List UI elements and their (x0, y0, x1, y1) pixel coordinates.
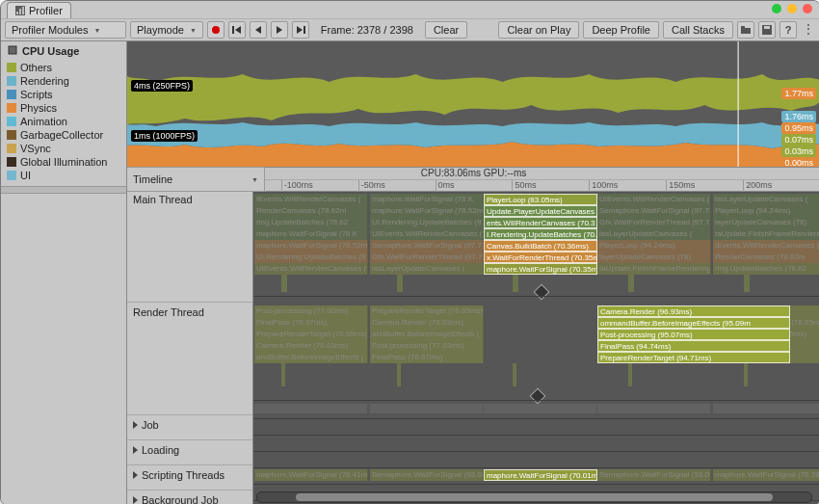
timeline-segment[interactable]: Update.PlayerUpdateCanvases ( (484, 205, 597, 217)
category-global-illumination[interactable]: Global Illumination (7, 155, 120, 169)
category-physics[interactable]: Physics (7, 101, 120, 115)
timeline-segment[interactable]: maphore.WaitForSignal (78 K (254, 228, 368, 240)
timeline-segment[interactable]: Semaphore.WaitForSignal (93.06ms) (370, 469, 484, 481)
timeline-segment[interactable]: lasLayerUpdateCanvases ( (370, 263, 484, 275)
timeline-segment[interactable]: maphore.WaitForSignal (70.01m (484, 469, 597, 481)
timeline-segment[interactable]: RenderCanvases (78.62m (713, 252, 819, 263)
category-vsync[interactable]: VSync (7, 142, 120, 155)
timeline-segment[interactable]: FinalPass (76.67ms) (370, 352, 484, 363)
call-stacks-button[interactable]: Call Stacks (663, 21, 733, 39)
timeline-segment[interactable]: Gfx.WaitForRenderThread (97.73ms) (597, 217, 711, 228)
timeline-segment[interactable]: IEvents.WillRenderCanvases ( (254, 194, 368, 205)
category-ui[interactable]: UI (7, 169, 120, 182)
timeline-segment[interactable]: x.WaitForRenderThread (70.35m (484, 252, 597, 263)
deep-profile-button[interactable]: Deep Profile (583, 21, 659, 39)
timeline-segment[interactable]: IEvents.WillRenderCanvases ( (713, 240, 819, 252)
cpu-usage-chart[interactable]: 4ms (250FPS) 1ms (1000FPS) 1.77ms 1.76ms… (127, 41, 819, 167)
cpu-usage-header[interactable]: CPU Usage (1, 41, 126, 61)
timeline-segment[interactable]: UI.Rendering.UpdateBatches (97.73ms) (254, 252, 368, 263)
frame-first-button[interactable] (228, 21, 246, 39)
timeline-segment[interactable]: PlayerLoop (94.24ms) (713, 205, 819, 217)
timeline-segment[interactable]: lasLayerUpdateCanvases ( (713, 194, 819, 205)
record-button[interactable] (207, 21, 225, 39)
timeline-segment[interactable]: lasLayerUpdateCanvases ( (597, 228, 711, 240)
track-loading[interactable]: Loading (127, 440, 252, 465)
timeline-segment[interactable]: taUpdate.FinishFrameRendering (597, 263, 711, 275)
timeline-segment[interactable]: ents.WillRenderCanvases (70.3 (484, 217, 597, 228)
timeline-segment[interactable]: maphore.WaitForSignal (78 K (370, 194, 484, 205)
timeline-segment[interactable]: PlayerLoop (83.05ms) (484, 194, 597, 205)
timeline-segment[interactable] (484, 404, 597, 413)
timeline-segment[interactable]: Canvas.BuildBatch (70.36ms) (484, 240, 597, 252)
timeline-segment[interactable]: Semaphore.WaitForSignal (97.73ms) (597, 205, 711, 217)
timeline-segment[interactable]: layerUpdateCanvases (78) (713, 217, 819, 228)
timeline-segment[interactable]: ommandBuffer.BeforeImageEffects (95.09m (597, 317, 790, 329)
timeline-segment[interactable]: maphore.WaitForSignal (78.41ms) (254, 469, 368, 481)
timeline-segment[interactable]: UIEvents.WillRenderCanvases (97.79ms) (597, 194, 711, 205)
track-scripting-threads[interactable]: Scripting Threads (127, 465, 252, 491)
category-others[interactable]: Others (7, 61, 120, 74)
track-main-thread[interactable]: Main Thread (127, 190, 252, 303)
timeline-segment[interactable]: FinalPass (94.74ms) (597, 340, 790, 352)
timeline-segment[interactable]: PlayerLoop (94.24ms) (597, 240, 711, 252)
save-button[interactable] (758, 21, 776, 39)
track-background-job[interactable]: Background Job (127, 491, 252, 504)
timeline-segment[interactable]: PrepareRenderTarget (76.65ms) (370, 305, 484, 317)
timeline-segment[interactable]: Post-processing (77.03ms) (370, 340, 484, 352)
timeline-segment[interactable]: maphore.WaitForSignal (70.35m (484, 263, 597, 275)
timeline-segment[interactable]: Camera.Render (78.63ms) (254, 340, 368, 352)
timeline-segment[interactable] (713, 404, 819, 413)
minimize-button[interactable] (787, 4, 797, 13)
timeline-segment[interactable]: UIEvents.WillRenderCanvases (97.79ms) (370, 228, 484, 240)
context-menu-button[interactable]: ⋮ (801, 21, 816, 37)
timeline-segment[interactable]: Post-processing (95.07ms) (597, 329, 790, 340)
timeline-segment[interactable]: UI.Rendering.UpdateBatches (97.73ms) (370, 217, 484, 228)
timeline-segment[interactable]: maphore.WaitForSignal (78.52ms) (370, 205, 484, 217)
clear-button[interactable]: Clear (425, 21, 467, 39)
timeline-segment[interactable]: UIEvents.WillRenderCanvases (97.79ms) (254, 263, 368, 275)
category-animation[interactable]: Animation (7, 115, 120, 128)
help-button[interactable]: ? (779, 21, 797, 39)
timeline-segment[interactable]: Camera.Render (96.93ms) (597, 305, 790, 317)
horizontal-scrollbar[interactable] (256, 491, 812, 503)
timeline-segment[interactable]: taUpdate.FinishFrameRendering (713, 228, 819, 240)
category-rendering[interactable]: Rendering (7, 74, 120, 88)
timeline-segment[interactable] (254, 404, 368, 413)
timeline-segment[interactable]: ring.UpdateBatches (78.62 (254, 217, 368, 228)
maximize-button[interactable] (772, 4, 781, 13)
category-garbagecollector[interactable]: GarbageCollector (7, 128, 120, 142)
timeline-segment[interactable]: Post-processing (77.00ms) (254, 305, 368, 317)
profiler-tab[interactable]: Profiler (7, 2, 71, 18)
timeline-segment[interactable] (370, 404, 484, 413)
frame-next-button[interactable] (271, 21, 288, 39)
scrollbar-thumb[interactable] (296, 493, 773, 501)
timeline-segment[interactable]: andBuffer.BeforeImageEffects ( (254, 352, 368, 363)
timeline-segment[interactable]: maphore.WaitForSignal (78.52ms) (254, 240, 368, 252)
profiler-modules-dropdown[interactable]: Profiler Modules (5, 21, 126, 39)
close-button[interactable] (803, 4, 812, 13)
timeline-segment[interactable]: maphore.WaitForSignal (78.39ms) (713, 469, 819, 481)
timeline-segment[interactable]: layerUpdateCanvases (78) (597, 252, 711, 263)
timeline-segment[interactable]: I.Rendering.UpdateBatches (70.3 (484, 228, 597, 240)
load-button[interactable] (737, 21, 754, 39)
timeline-segment[interactable]: Semaphore.WaitForSignal (97.73ms) (370, 240, 484, 252)
frame-prev-button[interactable] (250, 21, 267, 39)
lane-resize-grip[interactable] (534, 284, 550, 301)
track-job[interactable]: Job (127, 415, 252, 440)
timeline-segment[interactable]: FinalPass (76.67ms) (254, 317, 368, 329)
frame-last-button[interactable] (292, 21, 309, 39)
timeline-segment[interactable]: Semaphore.WaitForSignal (93.09ms) (597, 469, 711, 481)
timeline-segment[interactable]: ring.UpdateBatches (78.62 (713, 263, 819, 275)
timeline-segment[interactable]: PrepareRenderTarget (94.71ms) (597, 352, 790, 363)
lane-resize-grip[interactable] (530, 388, 546, 405)
timeline-segment[interactable] (597, 404, 711, 413)
sidebar-separator[interactable] (1, 186, 126, 194)
timeline-segment[interactable]: Camera.Render (78.63ms) (370, 317, 484, 329)
category-scripts[interactable]: Scripts (7, 88, 120, 101)
playmode-dropdown[interactable]: Playmode (130, 21, 203, 39)
timeline-segment[interactable]: andBuffer.BeforeImageEffects ( (370, 329, 484, 340)
timeline-view-dropdown[interactable]: Timeline (127, 167, 265, 192)
timeline-segment[interactable]: PrepareRenderTarget (76.65ms) (254, 329, 368, 340)
timeline-segment[interactable]: Gfx.WaitForRenderThread (97.73ms) (370, 252, 484, 263)
timeline-segment[interactable]: RenderCanvases (78.62m (254, 205, 368, 217)
